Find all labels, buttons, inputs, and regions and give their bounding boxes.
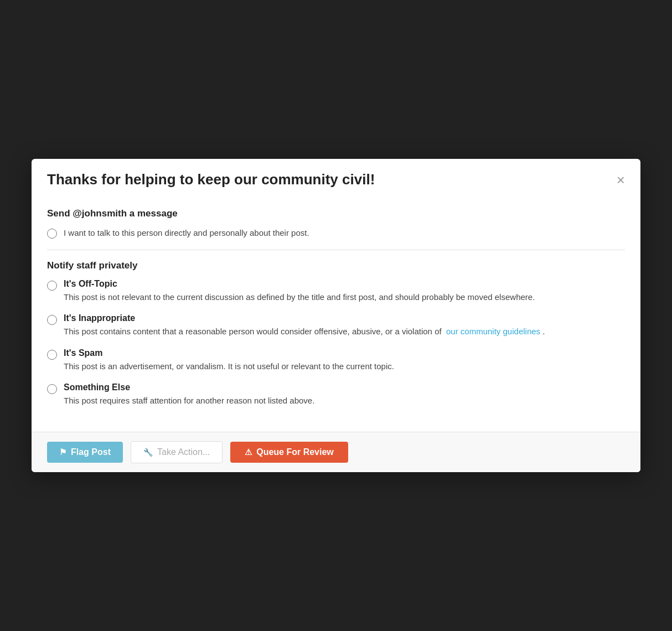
warning-icon: ⚠ xyxy=(245,447,252,457)
something-else-option[interactable]: Something Else This post requires staff … xyxy=(47,382,625,407)
something-else-desc: This post requires staff attention for a… xyxy=(64,396,314,405)
queue-review-label: Queue For Review xyxy=(256,447,334,457)
inappropriate-label-wrap: It's Inappropriate This post contains co… xyxy=(64,313,625,338)
take-action-button[interactable]: 🔧 Take Action... xyxy=(131,441,223,463)
send-message-section: Send @johnsmith a message I want to talk… xyxy=(47,198,625,250)
spam-desc: This post is an advertisement, or vandal… xyxy=(64,361,394,371)
spam-title: It's Spam xyxy=(64,348,625,358)
notify-staff-heading: Notify staff privately xyxy=(47,260,625,271)
off-topic-desc: This post is not relevant to the current… xyxy=(64,292,535,302)
spam-label-wrap: It's Spam This post is an advertisement,… xyxy=(64,348,625,373)
queue-for-review-button[interactable]: ⚠ Queue For Review xyxy=(230,442,348,463)
send-message-radio[interactable] xyxy=(47,229,57,239)
modal-header: Thanks for helping to keep our community… xyxy=(32,159,640,198)
take-action-label: Take Action... xyxy=(157,447,210,457)
something-else-label-wrap: Something Else This post requires staff … xyxy=(64,382,625,407)
send-message-option[interactable]: I want to talk to this person directly a… xyxy=(47,227,625,240)
modal-footer: ⚑ Flag Post 🔧 Take Action... ⚠ Queue For… xyxy=(32,432,640,472)
something-else-radio[interactable] xyxy=(47,384,57,394)
notify-staff-section: Notify staff privately It's Off-Topic Th… xyxy=(47,250,625,421)
off-topic-title: It's Off-Topic xyxy=(64,279,625,289)
inappropriate-desc: This post contains content that a reason… xyxy=(64,327,545,336)
off-topic-option[interactable]: It's Off-Topic This post is not relevant… xyxy=(47,279,625,304)
community-guidelines-link[interactable]: our community guidelines xyxy=(446,327,540,336)
wrench-icon: 🔧 xyxy=(143,448,153,457)
inappropriate-radio[interactable] xyxy=(47,315,57,325)
off-topic-label-wrap: It's Off-Topic This post is not relevant… xyxy=(64,279,625,304)
close-button[interactable]: × xyxy=(608,173,625,187)
send-message-heading: Send @johnsmith a message xyxy=(47,208,625,219)
flag-icon: ⚑ xyxy=(59,447,66,457)
modal-overlay: Thanks for helping to keep our community… xyxy=(0,0,672,631)
inappropriate-title: It's Inappropriate xyxy=(64,313,625,323)
off-topic-radio[interactable] xyxy=(47,281,57,291)
send-message-label: I want to talk to this person directly a… xyxy=(64,227,309,240)
flag-post-button[interactable]: ⚑ Flag Post xyxy=(47,442,123,463)
flag-post-label: Flag Post xyxy=(71,447,111,457)
inappropriate-option[interactable]: It's Inappropriate This post contains co… xyxy=(47,313,625,338)
modal-title: Thanks for helping to keep our community… xyxy=(47,171,608,188)
modal-dialog: Thanks for helping to keep our community… xyxy=(32,159,640,472)
spam-radio[interactable] xyxy=(47,350,57,360)
modal-body: Send @johnsmith a message I want to talk… xyxy=(32,198,640,432)
spam-option[interactable]: It's Spam This post is an advertisement,… xyxy=(47,348,625,373)
something-else-title: Something Else xyxy=(64,382,625,392)
